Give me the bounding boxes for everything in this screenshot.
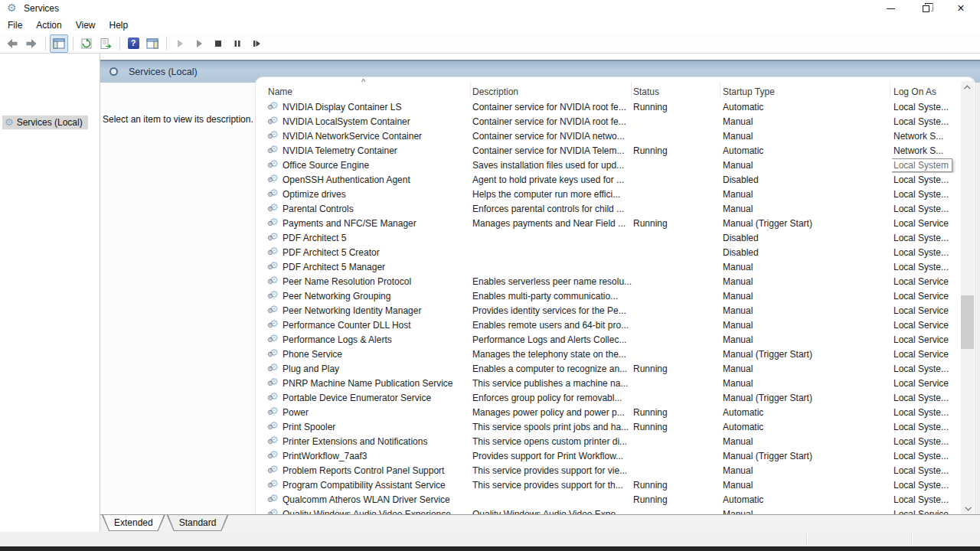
table-row[interactable]: ⚙⚙ Print Spooler This service spools pri… bbox=[256, 420, 962, 435]
table-row[interactable]: ⚙⚙ Performance Counter DLL Host Enables … bbox=[256, 318, 962, 333]
table-row[interactable]: ⚙⚙ Power Manages power policy and power … bbox=[256, 406, 962, 420]
vertical-scrollbar[interactable] bbox=[961, 81, 974, 514]
service-name: Performance Logs & Alerts bbox=[283, 333, 392, 347]
refresh-button[interactable] bbox=[77, 34, 96, 53]
column-header-name[interactable]: Name bbox=[256, 86, 471, 100]
service-log-on-as: Local Syste... bbox=[893, 100, 949, 115]
tab-extended[interactable]: Extended bbox=[102, 515, 165, 531]
service-status bbox=[632, 449, 721, 464]
column-divider[interactable] bbox=[890, 81, 890, 98]
service-log-on-as: Local Syste... bbox=[893, 231, 949, 246]
column-header-startup-type[interactable]: Startup Type bbox=[721, 86, 892, 100]
stop-service-button[interactable] bbox=[209, 34, 227, 53]
scroll-up-button[interactable] bbox=[961, 81, 974, 94]
table-row[interactable]: ⚙⚙ Program Compatibility Assistant Servi… bbox=[256, 478, 962, 493]
service-status bbox=[632, 202, 721, 217]
service-log-on-as: Network S... bbox=[893, 129, 943, 144]
restore-icon bbox=[923, 5, 929, 12]
service-name: Problem Reports Control Panel Support bbox=[283, 464, 444, 478]
service-name: Plug and Play bbox=[283, 362, 339, 377]
table-row[interactable]: ⚙⚙ Peer Networking Identity Manager Prov… bbox=[256, 304, 962, 318]
table-row[interactable]: ⚙⚙ NVIDIA Display Container LS Container… bbox=[256, 100, 962, 115]
forward-button[interactable] bbox=[22, 34, 41, 53]
tree-item-services-local[interactable]: ⚙ Services (Local) bbox=[2, 116, 88, 129]
help-button[interactable]: ? bbox=[124, 34, 142, 53]
service-name: Peer Networking Identity Manager bbox=[283, 304, 421, 318]
table-row[interactable]: ⚙⚙ NVIDIA LocalSystem Container Containe… bbox=[256, 115, 962, 129]
table-row[interactable]: ⚙⚙ PNRP Machine Name Publication Service… bbox=[256, 377, 962, 391]
export-list-button[interactable] bbox=[96, 34, 115, 53]
service-gear-icon: ⚙⚙ bbox=[269, 407, 280, 419]
back-button[interactable] bbox=[3, 34, 21, 53]
menu-help[interactable]: Help bbox=[103, 17, 136, 34]
table-row[interactable]: ⚙⚙ Office Source Engine Saves installati… bbox=[256, 158, 962, 173]
service-status bbox=[632, 377, 721, 391]
table-row[interactable]: ⚙⚙ NVIDIA Telemetry Container Container … bbox=[256, 144, 962, 158]
show-console-tree-button[interactable] bbox=[50, 34, 68, 53]
table-row[interactable]: ⚙⚙ PDF Architect 5 Manager Manual Local … bbox=[256, 260, 962, 275]
service-name: Peer Networking Grouping bbox=[283, 289, 390, 304]
table-row[interactable]: ⚙⚙ Phone Service Manages the telephony s… bbox=[256, 347, 962, 362]
service-description: Manages the telephony state on the... bbox=[471, 347, 632, 362]
service-gear-icon: ⚙⚙ bbox=[269, 494, 280, 506]
service-gear-icon: ⚙⚙ bbox=[269, 480, 280, 491]
restart-service-button[interactable] bbox=[247, 34, 266, 53]
scrollbar-thumb[interactable] bbox=[961, 295, 974, 349]
minimize-button[interactable] bbox=[873, 0, 908, 17]
menu-file[interactable]: File bbox=[1, 17, 29, 34]
table-row[interactable]: ⚙⚙ Quality Windows Audio Video Experienc… bbox=[256, 507, 962, 514]
service-startup-type: Manual bbox=[721, 478, 892, 493]
table-row[interactable]: ⚙⚙ Portable Device Enumerator Service En… bbox=[256, 391, 962, 406]
table-row[interactable]: ⚙⚙ Payments and NFC/SE Manager Manages p… bbox=[256, 217, 962, 231]
close-button[interactable]: × bbox=[943, 0, 978, 17]
service-log-on-as: Local Service bbox=[893, 304, 949, 318]
table-row[interactable]: ⚙⚙ Performance Logs & Alerts Performance… bbox=[256, 333, 962, 347]
table-row[interactable]: ⚙⚙ Peer Networking Grouping Enables mult… bbox=[256, 289, 962, 304]
start-service-button[interactable] bbox=[171, 34, 189, 53]
resume-service-button[interactable] bbox=[190, 34, 208, 53]
scroll-down-button[interactable] bbox=[961, 501, 974, 514]
service-name: Phone Service bbox=[283, 347, 342, 362]
window-title: Services bbox=[24, 3, 59, 14]
service-description: Enables multi-party communicatio... bbox=[471, 289, 632, 304]
column-header-description[interactable]: Description bbox=[471, 86, 632, 100]
table-row[interactable]: ⚙⚙ Problem Reports Control Panel Support… bbox=[256, 464, 962, 478]
service-status bbox=[632, 187, 721, 202]
menu-view[interactable]: View bbox=[69, 17, 103, 34]
table-row[interactable]: ⚙⚙ PrintWorkflow_7aaf3 Provides support … bbox=[256, 449, 962, 464]
service-gear-icon: ⚙⚙ bbox=[269, 204, 280, 215]
restore-button[interactable] bbox=[908, 0, 943, 17]
column-header-log-on-as[interactable]: Log On As bbox=[892, 86, 962, 100]
table-row[interactable]: ⚙⚙ NVIDIA NetworkService Container Conta… bbox=[256, 129, 962, 144]
service-name: Office Source Engine bbox=[283, 158, 369, 173]
column-divider[interactable] bbox=[470, 81, 471, 98]
service-gear-icon: ⚙⚙ bbox=[269, 378, 280, 390]
table-row[interactable]: ⚙⚙ Parental Controls Enforces parental c… bbox=[256, 202, 962, 217]
service-gear-icon: ⚙⚙ bbox=[269, 276, 280, 288]
service-gear-icon: ⚙⚙ bbox=[269, 436, 280, 448]
table-row[interactable]: ⚙⚙ OpenSSH Authentication Agent Agent to… bbox=[256, 173, 962, 187]
tab-standard[interactable]: Standard bbox=[167, 515, 229, 531]
panel-title: Services (Local) bbox=[129, 67, 198, 77]
service-description: Container service for NVIDIA Telem... bbox=[471, 144, 632, 158]
table-row[interactable]: ⚙⚙ PDF Architect 5 Disabled Local Syste.… bbox=[256, 231, 962, 246]
table-row[interactable]: ⚙⚙ PDF Architect 5 Creator Disabled Loca… bbox=[256, 246, 962, 260]
service-log-on-as: Local Service bbox=[893, 318, 949, 333]
show-action-pane-button[interactable] bbox=[143, 34, 162, 53]
table-row[interactable]: ⚙⚙ Plug and Play Enables a computer to r… bbox=[256, 362, 962, 377]
table-row[interactable]: ⚙⚙ Qualcomm Atheros WLAN Driver Service … bbox=[256, 493, 962, 507]
table-row[interactable]: ⚙⚙ Peer Name Resolution Protocol Enables… bbox=[256, 275, 962, 289]
service-log-on-as: Local Syste... bbox=[893, 391, 949, 406]
column-header-status[interactable]: Status bbox=[632, 86, 721, 100]
table-row[interactable]: ⚙⚙ Optimize drives Helps the computer ru… bbox=[256, 187, 962, 202]
column-divider[interactable] bbox=[720, 81, 720, 98]
menu-action[interactable]: Action bbox=[29, 17, 68, 34]
service-status bbox=[632, 318, 721, 333]
service-gear-icon: ⚙⚙ bbox=[269, 334, 280, 346]
service-startup-type: Manual bbox=[721, 333, 892, 347]
column-divider[interactable] bbox=[631, 81, 632, 98]
pause-service-button[interactable] bbox=[228, 34, 247, 53]
table-row[interactable]: ⚙⚙ Printer Extensions and Notifications … bbox=[256, 435, 962, 449]
service-startup-type: Manual (Trigger Start) bbox=[721, 347, 892, 362]
service-log-on-as: Local Syste... bbox=[893, 115, 949, 129]
